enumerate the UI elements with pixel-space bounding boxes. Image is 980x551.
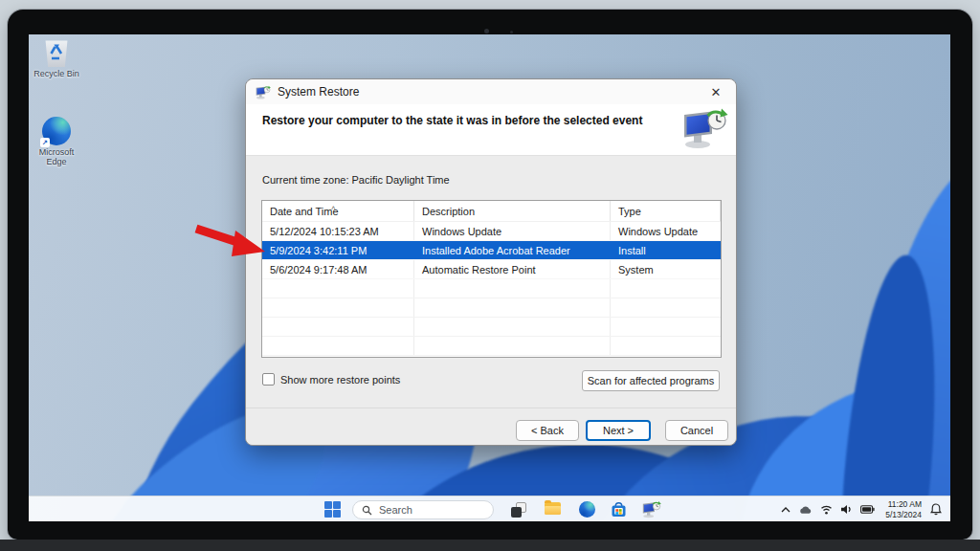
table-row-empty bbox=[262, 298, 721, 318]
search-icon bbox=[362, 505, 372, 516]
cell-type: Windows Update bbox=[611, 222, 721, 240]
dialog-title: System Restore bbox=[278, 85, 359, 99]
cell-type: Install bbox=[611, 241, 721, 259]
battery-icon[interactable] bbox=[860, 505, 875, 514]
cell-type: System bbox=[611, 260, 721, 278]
back-button[interactable]: < Back bbox=[516, 420, 579, 441]
desktop-icon-recycle-bin[interactable]: Recycle Bin bbox=[29, 38, 84, 78]
clock-widget[interactable]: 11:20 AM 5/13/2024 bbox=[885, 499, 922, 518]
edge-taskbar-button[interactable] bbox=[579, 501, 595, 518]
dialog-divider bbox=[246, 408, 736, 408]
taskbar: Search bbox=[29, 496, 950, 521]
show-more-checkbox[interactable] bbox=[262, 373, 275, 386]
column-header-description[interactable]: Description bbox=[414, 201, 611, 221]
onedrive-cloud-icon[interactable] bbox=[798, 505, 813, 515]
timezone-label: Current time zone: Pacific Daylight Time bbox=[262, 174, 450, 186]
cell-date: 5/12/2024 10:15:23 AM bbox=[262, 222, 414, 240]
laptop-base bbox=[0, 540, 980, 551]
tray-date: 5/13/2024 bbox=[885, 510, 922, 519]
task-view-button[interactable] bbox=[510, 501, 527, 518]
desktop-icon-label: Microsoft Edge bbox=[29, 147, 84, 167]
webcam-dot bbox=[484, 29, 489, 33]
cell-date: 5/9/2024 3:42:11 PM bbox=[262, 241, 414, 259]
table-header-row: ˄ Date and Time Description Type bbox=[262, 201, 721, 222]
cell-description: Automatic Restore Point bbox=[414, 260, 611, 278]
system-restore-dialog: System Restore ✕ Restore your computer t… bbox=[245, 78, 737, 446]
table-row-empty bbox=[262, 337, 721, 356]
cancel-button[interactable]: Cancel bbox=[665, 420, 728, 441]
column-header-date[interactable]: Date and Time bbox=[262, 201, 414, 221]
table-row[interactable]: 5/12/2024 10:15:23 AM Windows Update Win… bbox=[262, 222, 721, 241]
scan-affected-programs-button[interactable]: Scan for affected programs bbox=[582, 370, 720, 391]
system-tray: 11:20 AM 5/13/2024 bbox=[777, 496, 946, 521]
wifi-icon[interactable] bbox=[820, 504, 833, 515]
restore-points-table: ˄ Date and Time Description Type 5/12/20… bbox=[261, 200, 722, 358]
system-restore-taskbar-button[interactable] bbox=[642, 500, 661, 518]
system-restore-icon bbox=[256, 85, 271, 99]
recycle-bin-icon bbox=[44, 38, 69, 67]
table-row[interactable]: 5/6/2024 9:17:48 AM Automatic Restore Po… bbox=[262, 260, 721, 279]
desktop-screen: Recycle Bin ↗ Microsoft Edge System Rest… bbox=[29, 34, 950, 521]
volume-icon[interactable] bbox=[840, 504, 853, 515]
search-input[interactable]: Search bbox=[352, 500, 494, 519]
shortcut-arrow-icon: ↗ bbox=[40, 138, 50, 147]
show-more-label: Show more restore points bbox=[280, 374, 400, 386]
cell-description: Windows Update bbox=[414, 222, 611, 240]
search-placeholder: Search bbox=[379, 504, 412, 516]
column-header-type[interactable]: Type bbox=[611, 201, 721, 221]
cell-description: Installed Adobe Acrobat Reader bbox=[414, 241, 611, 259]
desktop-icon-microsoft-edge[interactable]: ↗ Microsoft Edge bbox=[29, 117, 84, 167]
sort-ascending-icon: ˄ bbox=[331, 200, 336, 219]
dialog-body: Current time zone: Pacific Daylight Time… bbox=[246, 156, 736, 445]
system-restore-large-icon bbox=[682, 106, 728, 150]
notification-bell-icon[interactable] bbox=[930, 503, 942, 516]
tray-time: 11:20 AM bbox=[885, 499, 922, 509]
table-row-selected[interactable]: 5/9/2024 3:42:11 PM Installed Adobe Acro… bbox=[262, 241, 721, 260]
next-button[interactable]: Next > bbox=[586, 420, 651, 441]
dialog-header-text: Restore your computer to the state it wa… bbox=[262, 114, 645, 127]
close-icon[interactable]: ✕ bbox=[705, 83, 726, 101]
desktop-icon-label: Recycle Bin bbox=[29, 69, 84, 78]
edge-icon: ↗ bbox=[42, 117, 71, 145]
annotation-arrow bbox=[192, 222, 271, 266]
dialog-header: Restore your computer to the state it wa… bbox=[246, 104, 736, 156]
start-button[interactable] bbox=[324, 501, 341, 518]
table-row-empty bbox=[262, 279, 721, 298]
microsoft-store-button[interactable] bbox=[611, 501, 628, 518]
file-explorer-button[interactable] bbox=[545, 502, 561, 515]
table-row-empty bbox=[262, 318, 721, 337]
dialog-titlebar[interactable]: System Restore ✕ bbox=[246, 79, 736, 104]
chevron-up-icon[interactable] bbox=[781, 507, 791, 513]
cell-date: 5/6/2024 9:17:48 AM bbox=[262, 260, 414, 278]
